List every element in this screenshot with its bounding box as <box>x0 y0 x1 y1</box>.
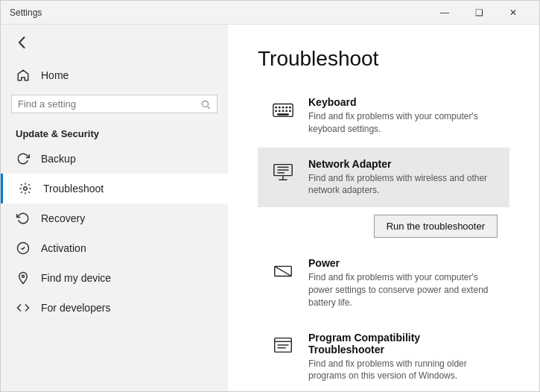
find-device-label: Find my device <box>41 272 111 284</box>
keyboard-icon <box>270 96 296 123</box>
minimize-button[interactable]: — <box>428 1 462 25</box>
section-title: Update & Security <box>1 122 228 144</box>
run-troubleshooter-button[interactable]: Run the troubleshooter <box>374 215 498 238</box>
developers-label: For developers <box>41 302 110 314</box>
page-title: Troubleshoot <box>258 47 509 71</box>
titlebar-title: Settings <box>10 7 428 18</box>
search-icon <box>200 99 211 110</box>
power-icon <box>270 257 296 284</box>
keyboard-name: Keyboard <box>308 96 498 108</box>
sidebar-item-find-my-device[interactable]: Find my device <box>1 263 228 293</box>
network-name: Network Adapter <box>308 158 498 170</box>
close-button[interactable]: ✕ <box>496 1 530 25</box>
settings-window: Settings — ❑ ✕ Home <box>0 0 540 392</box>
search-box[interactable] <box>11 95 217 113</box>
recovery-icon <box>16 211 31 226</box>
power-desc: Find and fix problems with your computer… <box>308 271 498 309</box>
compat-icon <box>270 332 296 358</box>
keyboard-desc: Find and fix problems with your computer… <box>308 110 498 136</box>
titlebar-controls: — ❑ ✕ <box>428 1 530 25</box>
power-name: Power <box>308 257 498 269</box>
titlebar: Settings — ❑ ✕ <box>1 1 539 25</box>
main-content: Troubleshoot <box>228 25 539 391</box>
maximize-button[interactable]: ❑ <box>462 1 496 25</box>
sidebar: Home Update & Security Backup <box>1 25 228 391</box>
troubleshoot-icon <box>18 181 33 196</box>
sidebar-item-recovery[interactable]: Recovery <box>1 203 228 233</box>
svg-line-24 <box>275 267 292 276</box>
troubleshoot-item-network[interactable]: Network Adapter Find and fix problems wi… <box>258 148 509 208</box>
back-icon <box>13 34 31 51</box>
sidebar-nav-top <box>1 25 228 60</box>
compat-content: Program Compatibility Troubleshooter Fin… <box>308 332 498 383</box>
home-icon <box>16 68 31 83</box>
find-device-icon <box>16 271 31 285</box>
sidebar-item-for-developers[interactable]: For developers <box>1 293 228 323</box>
svg-line-1 <box>208 106 210 108</box>
sidebar-item-activation[interactable]: Activation <box>1 233 228 263</box>
svg-point-0 <box>202 101 208 107</box>
network-desc: Find and fix problems with wireless and … <box>308 172 498 197</box>
network-content: Network Adapter Find and fix problems wi… <box>308 158 498 197</box>
power-content: Power Find and fix problems with your co… <box>308 257 498 309</box>
compat-desc: Find and fix problems with running older… <box>308 358 498 383</box>
back-button[interactable] <box>11 32 32 53</box>
sidebar-item-backup[interactable]: Backup <box>1 144 228 174</box>
svg-point-2 <box>24 187 28 191</box>
keyboard-content: Keyboard Find and fix problems with your… <box>308 96 498 136</box>
svg-point-4 <box>22 275 25 277</box>
activation-label: Activation <box>41 242 86 254</box>
sidebar-item-troubleshoot[interactable]: Troubleshoot <box>1 174 228 203</box>
network-icon <box>270 158 296 185</box>
recovery-label: Recovery <box>41 212 85 224</box>
run-btn-container: Run the troubleshooter <box>258 209 509 247</box>
troubleshoot-item-keyboard[interactable]: Keyboard Find and fix problems with your… <box>258 86 509 146</box>
developers-icon <box>16 300 31 315</box>
window-content: Home Update & Security Backup <box>1 25 539 391</box>
search-input[interactable] <box>18 98 196 110</box>
activation-icon <box>16 241 31 256</box>
sidebar-item-home[interactable]: Home <box>1 60 228 90</box>
home-label: Home <box>41 69 69 81</box>
backup-icon <box>16 151 31 166</box>
backup-label: Backup <box>41 153 76 165</box>
troubleshoot-item-compat[interactable]: Program Compatibility Troubleshooter Fin… <box>258 321 509 391</box>
troubleshoot-item-power[interactable]: Power Find and fix problems with your co… <box>258 247 509 319</box>
compat-name: Program Compatibility Troubleshooter <box>308 332 498 355</box>
troubleshoot-label: Troubleshoot <box>43 183 104 195</box>
